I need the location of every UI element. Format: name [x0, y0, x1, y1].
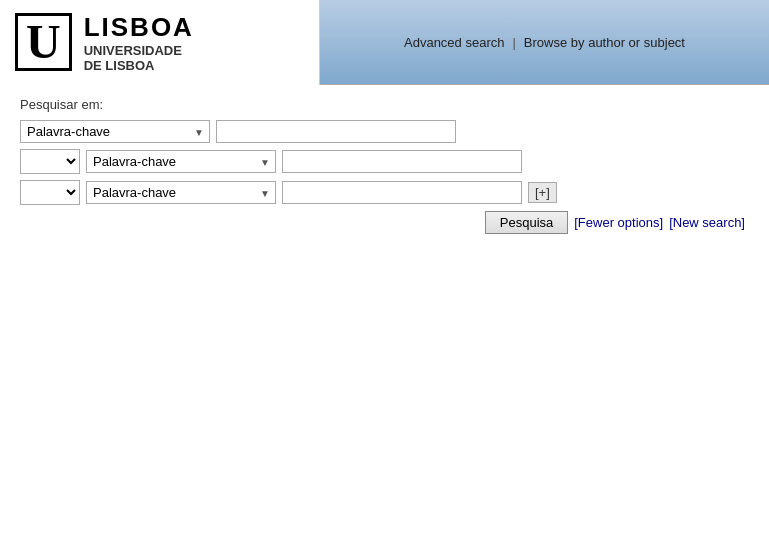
search-row-3: AND OR NOT Palavra-chave [+] — [20, 180, 749, 205]
logo-u-letter: U — [15, 13, 72, 71]
search-row-1: Palavra-chave — [20, 120, 749, 143]
add-row-button[interactable]: [+] — [528, 182, 557, 203]
bool-select-3[interactable]: AND OR NOT — [20, 180, 80, 205]
new-search-link[interactable]: [New search] — [669, 215, 745, 230]
logo-lisboa: LISBOA — [84, 12, 194, 43]
logo-text: LISBOA UNIVERSIDADE DE LISBOA — [84, 12, 194, 73]
search-input-3[interactable] — [282, 181, 522, 204]
bool-select-2[interactable]: AND OR NOT — [20, 149, 80, 174]
search-input-1[interactable] — [216, 120, 456, 143]
browse-link[interactable]: Browse by author or subject — [516, 35, 693, 50]
search-input-2[interactable] — [282, 150, 522, 173]
select-wrap-1[interactable]: Palavra-chave — [20, 120, 210, 143]
action-row: Pesquisa [Fewer options] [New search] — [20, 211, 749, 234]
search-type-select-2[interactable]: Palavra-chave — [86, 150, 276, 173]
logo-univ2: DE LISBOA — [84, 58, 194, 73]
search-in-label: Pesquisar em: — [20, 97, 749, 112]
logo-univ1: UNIVERSIDADE — [84, 43, 194, 58]
search-type-select-1[interactable]: Palavra-chave — [20, 120, 210, 143]
pesquisa-button[interactable]: Pesquisa — [485, 211, 568, 234]
fewer-options-link[interactable]: [Fewer options] — [574, 215, 663, 230]
search-row-2: AND OR NOT Palavra-chave — [20, 149, 749, 174]
advanced-search-link[interactable]: Advanced search — [396, 35, 512, 50]
header-links: Advanced search | Browse by author or su… — [320, 35, 769, 50]
search-rows: Palavra-chave AND OR NOT Palavra-chave — [20, 120, 749, 205]
header: U LISBOA UNIVERSIDADE DE LISBOA Advanced… — [0, 0, 769, 85]
search-type-select-3[interactable]: Palavra-chave — [86, 181, 276, 204]
logo-section: U LISBOA UNIVERSIDADE DE LISBOA — [0, 0, 320, 85]
main-content: Pesquisar em: Palavra-chave AND OR NOT P… — [0, 85, 769, 246]
select-wrap-2[interactable]: Palavra-chave — [86, 150, 276, 173]
select-wrap-3[interactable]: Palavra-chave — [86, 181, 276, 204]
